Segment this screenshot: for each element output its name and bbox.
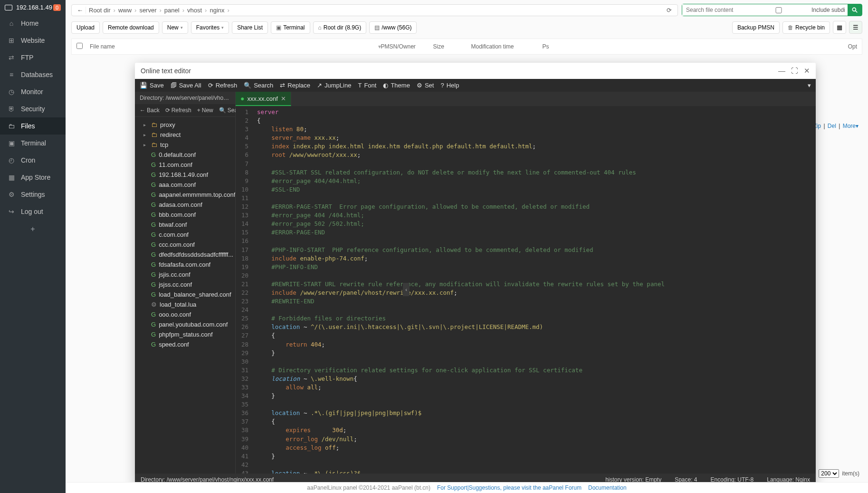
col-mtime[interactable]: Modification time: [471, 43, 543, 50]
new-button[interactable]: New▾: [162, 21, 188, 34]
grid-view-button[interactable]: ▦: [833, 21, 846, 34]
editor-main: ● xxx.xx.conf ✕ 123456789101112131415161…: [236, 92, 816, 474]
nav-databases[interactable]: ≡Databases: [0, 66, 66, 83]
tree-file[interactable]: Gdfedfsdfdssddsdsadfcffffff...: [137, 250, 233, 260]
nginx-icon: G: [151, 171, 156, 178]
add-nav-button[interactable]: +: [0, 220, 66, 238]
nav-cron[interactable]: ◴Cron: [0, 152, 66, 169]
tree-file[interactable]: Gaapanel.emmmmm.top.conf: [137, 190, 233, 200]
chevron-right-icon: ›: [182, 7, 184, 14]
nav-home[interactable]: ⌂Home: [0, 15, 66, 32]
tree-file[interactable]: Gload_balance_shared.conf: [137, 290, 233, 300]
tree-file[interactable]: Gadasa.com.conf: [137, 200, 233, 210]
favorites-button[interactable]: Favorites▾: [191, 21, 229, 34]
nav-monitor[interactable]: ◷Monitor: [0, 83, 66, 100]
maximize-button[interactable]: ⛶: [791, 67, 798, 75]
tab-xxx-xx-conf[interactable]: ● xxx.xx.conf ✕: [236, 92, 291, 106]
code-editor[interactable]: 1234567891011121314151617181920212223242…: [236, 106, 816, 474]
nav-log-out[interactable]: ↪Log out: [0, 203, 66, 220]
more-link[interactable]: More▾: [843, 123, 858, 129]
nav-app-store[interactable]: ▦App Store: [0, 169, 66, 186]
side-back-button[interactable]: ← Back: [140, 107, 160, 114]
tree-folder-redirect[interactable]: ▸🗀redirect: [137, 130, 233, 140]
nginx-icon: G: [151, 221, 156, 228]
root-dir-button[interactable]: ⌂Root dir (8.9G): [313, 21, 367, 34]
notification-badge[interactable]: 0: [53, 4, 61, 11]
help-button[interactable]: ?Help: [440, 82, 459, 89]
tree-file[interactable]: Gooo.oo.conf: [137, 309, 233, 319]
tree-file[interactable]: G11.com.conf: [137, 160, 233, 170]
recycle-bin-button[interactable]: 🗑Recycle bin: [782, 21, 830, 34]
close-button[interactable]: ✕: [804, 67, 810, 75]
nginx-icon: G: [151, 151, 156, 158]
backup-pmsn-button[interactable]: Backup PMSN: [732, 21, 780, 34]
support-link[interactable]: For Support|Suggestions, please visit th…: [437, 484, 582, 491]
tree-file[interactable]: Gspeed.conf: [137, 339, 233, 349]
collapse-sidebar-button[interactable]: ‹: [403, 283, 410, 296]
crumb-server[interactable]: server: [139, 7, 156, 14]
list-view-button[interactable]: ☰: [849, 21, 862, 34]
tree-file[interactable]: Gphpfpm_status.conf: [137, 329, 233, 339]
crumb-nginx[interactable]: nginx: [210, 7, 224, 14]
tree-file[interactable]: Gjsjss.cc.conf: [137, 280, 233, 290]
refresh-icon[interactable]: ⟳: [663, 7, 675, 14]
refresh-button[interactable]: ⟳Refresh: [208, 82, 238, 89]
share-list-button[interactable]: Share List: [232, 21, 268, 34]
back-button[interactable]: ←: [75, 7, 86, 14]
col-ps[interactable]: Ps: [543, 43, 834, 50]
page-size-select[interactable]: 200: [819, 469, 839, 478]
tree-file[interactable]: Gbtwaf.conf: [137, 220, 233, 230]
theme-button[interactable]: ◐Theme: [383, 82, 410, 89]
tree-folder-tcp[interactable]: ▸🗀tcp: [137, 140, 233, 150]
del-link[interactable]: Del: [828, 123, 836, 129]
remote-download-button[interactable]: Remote download: [103, 21, 159, 34]
nav-website[interactable]: ⊞Website: [0, 32, 66, 49]
expand-toolbar-button[interactable]: ▾: [808, 82, 811, 89]
save-all-button[interactable]: 🗐Save All: [171, 82, 201, 89]
crumb-root-dir[interactable]: Root dir: [89, 7, 111, 14]
tree-file[interactable]: Gccc.com.conf: [137, 240, 233, 250]
search-button[interactable]: [848, 4, 862, 16]
nav-files[interactable]: 🗀Files: [0, 117, 66, 135]
jumpline-button[interactable]: ↗JumpLine: [317, 82, 351, 89]
include-subdir-checkbox[interactable]: [748, 7, 810, 13]
tree-file[interactable]: Gbbb.com.conf: [137, 210, 233, 220]
side-refresh-button[interactable]: ⟳ Refresh: [165, 107, 191, 114]
tab-close-icon[interactable]: ✕: [281, 95, 286, 102]
font-button[interactable]: TFont: [358, 82, 376, 89]
save-button[interactable]: 💾Save: [140, 82, 164, 89]
crumb-panel[interactable]: panel: [164, 7, 180, 14]
col-size[interactable]: Size: [433, 43, 471, 50]
tree-file[interactable]: Gjsjis.cc.conf: [137, 270, 233, 280]
replace-button[interactable]: ⇄Replace: [280, 82, 310, 89]
crumb-vhost[interactable]: vhost: [187, 7, 202, 14]
tree-folder-proxy[interactable]: ▸🗀proxy: [137, 120, 233, 130]
www-button[interactable]: ▤/www (56G): [369, 21, 417, 34]
col-filename[interactable]: File name: [90, 43, 115, 50]
select-all-checkbox[interactable]: [76, 43, 83, 49]
security-icon: ⛨: [8, 105, 15, 113]
tree-file[interactable]: Gc.com.conf: [137, 230, 233, 240]
tree-file[interactable]: G0.default.conf: [137, 150, 233, 160]
tree-file[interactable]: Gpanel.youtubad.com.conf: [137, 319, 233, 329]
minimize-button[interactable]: —: [778, 67, 785, 75]
set-button[interactable]: ⚙Set: [417, 82, 434, 89]
terminal-button[interactable]: ▣Terminal: [271, 21, 310, 34]
tree-file[interactable]: Gaaa.com.conf: [137, 180, 233, 190]
crumb-www[interactable]: www: [118, 7, 132, 14]
nav-ftp[interactable]: ⇄FTP: [0, 49, 66, 66]
search-button[interactable]: 🔍Search: [244, 82, 273, 89]
tree-file[interactable]: ⚙load_total.lua: [137, 300, 233, 309]
side-new-button[interactable]: + New: [197, 107, 213, 114]
documentation-link[interactable]: Documentation: [588, 484, 627, 491]
tree-file[interactable]: Gfdsafasfa.com.conf: [137, 260, 233, 270]
nav-settings[interactable]: ⚙Settings: [0, 186, 66, 203]
tree-file[interactable]: G192.168.1.49.conf: [137, 170, 233, 180]
upload-button[interactable]: Upload: [71, 21, 100, 34]
nav-security[interactable]: ⛨Security: [0, 100, 66, 117]
gear-icon: ⚙: [417, 82, 422, 89]
col-pmsn[interactable]: PMSN/Owner: [381, 43, 433, 50]
file-tree[interactable]: ▸🗀proxy▸🗀redirect▸🗀tcpG0.default.confG11…: [135, 117, 235, 474]
search-input[interactable]: [682, 4, 744, 16]
nav-terminal[interactable]: ▣Terminal: [0, 135, 66, 152]
